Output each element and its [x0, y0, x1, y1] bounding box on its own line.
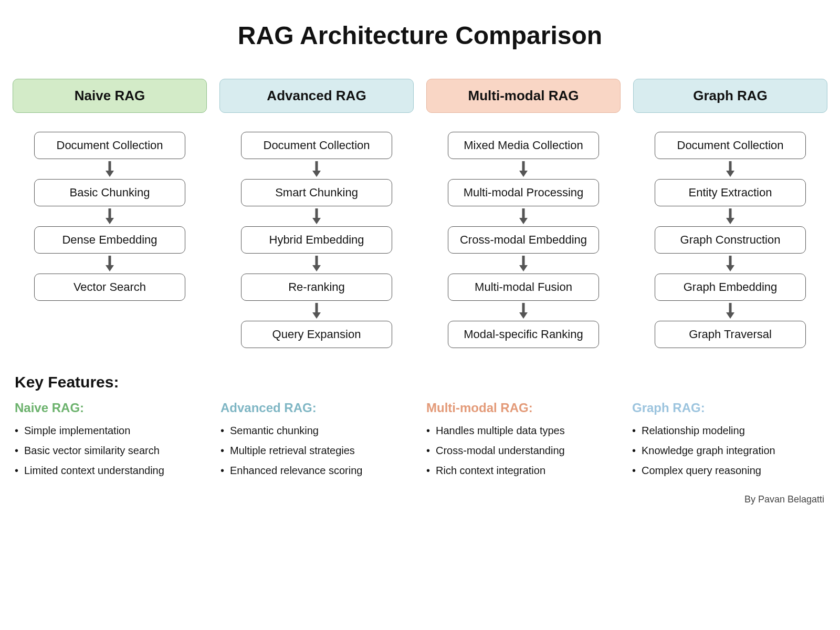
arrow-connector — [518, 301, 529, 321]
steps-list: Document Collection Entity Extraction Gr… — [633, 132, 827, 348]
architecture-column: Multi-modal RAGMixed Media Collection Mu… — [426, 79, 621, 348]
arrow-connector — [724, 206, 736, 226]
step-box: Basic Chunking — [34, 179, 186, 206]
arrow-connector — [104, 206, 116, 226]
feature-list: Relationship modelingKnowledge graph int… — [632, 421, 825, 480]
step-box: Document Collection — [655, 132, 806, 159]
feature-column: Advanced RAG:Semantic chunkingMultiple r… — [220, 401, 414, 480]
step-box: Query Expansion — [241, 321, 393, 348]
feature-title: Advanced RAG: — [220, 401, 414, 415]
column-header: Naive RAG — [13, 79, 207, 113]
arrow-connector — [518, 159, 529, 179]
step-box: Graph Traversal — [655, 321, 806, 348]
svg-marker-25 — [726, 218, 734, 224]
arrow-connector — [724, 254, 736, 274]
architecture-column: Naive RAGDocument Collection Basic Chunk… — [13, 79, 207, 348]
feature-list: Semantic chunkingMultiple retrieval stra… — [220, 421, 414, 480]
arrow-down-icon — [724, 302, 736, 320]
step-box: Graph Embedding — [655, 274, 806, 301]
arrow-connector — [311, 301, 322, 321]
feature-item: Knowledge graph integration — [632, 440, 825, 460]
svg-marker-15 — [519, 171, 528, 177]
feature-title: Graph RAG: — [632, 401, 825, 415]
feature-item: Simple implementation — [15, 421, 208, 440]
svg-marker-5 — [106, 265, 114, 271]
feature-title: Multi-modal RAG: — [426, 401, 620, 415]
feature-item: Handles multiple data types — [426, 421, 620, 440]
step-box: Entity Extraction — [655, 179, 806, 206]
feature-item: Rich context integration — [426, 460, 620, 480]
svg-marker-29 — [726, 312, 734, 319]
page-title: RAG Architecture Comparison — [13, 21, 827, 50]
step-box: Multi-modal Fusion — [448, 274, 600, 301]
arrow-down-icon — [311, 302, 322, 320]
arrow-down-icon — [518, 255, 529, 272]
feature-item: Semantic chunking — [220, 421, 414, 440]
arrow-connector — [104, 159, 116, 179]
feature-column: Graph RAG:Relationship modelingKnowledge… — [632, 401, 825, 480]
step-box: Multi-modal Processing — [448, 179, 600, 206]
features-grid: Naive RAG:Simple implementationBasic vec… — [13, 401, 827, 480]
arrow-down-icon — [724, 255, 736, 272]
arrow-connector — [311, 206, 322, 226]
feature-item: Basic vector similarity search — [15, 440, 208, 460]
steps-list: Document Collection Smart Chunking Hybri… — [219, 132, 414, 348]
feature-item: Limited context understanding — [15, 460, 208, 480]
steps-list: Mixed Media Collection Multi-modal Proce… — [426, 132, 621, 348]
column-header: Multi-modal RAG — [426, 79, 621, 113]
svg-marker-9 — [312, 218, 321, 224]
arrow-connector — [311, 254, 322, 274]
step-box: Modal-specific Ranking — [448, 321, 600, 348]
steps-list: Document Collection Basic Chunking Dense… — [13, 132, 207, 301]
arrow-connector — [104, 254, 116, 274]
arrow-down-icon — [724, 207, 736, 225]
arrow-down-icon — [518, 160, 529, 178]
feature-item: Complex query reasoning — [632, 460, 825, 480]
arrow-down-icon — [104, 207, 116, 225]
arrow-connector — [518, 206, 529, 226]
svg-marker-1 — [106, 171, 114, 177]
feature-list: Simple implementationBasic vector simila… — [15, 421, 208, 480]
feature-list: Handles multiple data typesCross-modal u… — [426, 421, 620, 480]
architecture-column: Graph RAGDocument Collection Entity Extr… — [633, 79, 827, 348]
arrow-connector — [724, 159, 736, 179]
feature-title: Naive RAG: — [15, 401, 208, 415]
arrow-down-icon — [311, 160, 322, 178]
step-box: Document Collection — [34, 132, 186, 159]
feature-item: Enhanced relevance scoring — [220, 460, 414, 480]
step-box: Re-ranking — [241, 274, 393, 301]
column-header: Advanced RAG — [219, 79, 414, 113]
arrow-connector — [518, 254, 529, 274]
svg-marker-3 — [106, 218, 114, 224]
features-heading: Key Features: — [15, 373, 827, 391]
feature-column: Multi-modal RAG:Handles multiple data ty… — [426, 401, 620, 480]
architecture-column: Advanced RAGDocument Collection Smart Ch… — [219, 79, 414, 348]
step-box: Graph Construction — [655, 226, 806, 254]
arrow-connector — [311, 159, 322, 179]
feature-column: Naive RAG:Simple implementationBasic vec… — [15, 401, 208, 480]
svg-marker-13 — [312, 312, 321, 319]
step-box: Dense Embedding — [34, 226, 186, 254]
step-box: Mixed Media Collection — [448, 132, 600, 159]
feature-item: Cross-modal understanding — [426, 440, 620, 460]
svg-marker-23 — [726, 171, 734, 177]
step-box: Smart Chunking — [241, 179, 393, 206]
architecture-columns: Naive RAGDocument Collection Basic Chunk… — [13, 79, 827, 348]
arrow-down-icon — [311, 255, 322, 272]
step-box: Vector Search — [34, 274, 186, 301]
feature-item: Relationship modeling — [632, 421, 825, 440]
svg-marker-11 — [312, 265, 321, 271]
step-box: Document Collection — [241, 132, 393, 159]
step-box: Hybrid Embedding — [241, 226, 393, 254]
arrow-down-icon — [311, 207, 322, 225]
arrow-connector — [724, 301, 736, 321]
arrow-down-icon — [104, 255, 116, 272]
svg-marker-27 — [726, 265, 734, 271]
byline: By Pavan Belagatti — [13, 494, 827, 505]
arrow-down-icon — [518, 207, 529, 225]
svg-marker-19 — [519, 265, 528, 271]
svg-marker-17 — [519, 218, 528, 224]
arrow-down-icon — [104, 160, 116, 178]
svg-marker-7 — [312, 171, 321, 177]
arrow-down-icon — [724, 160, 736, 178]
